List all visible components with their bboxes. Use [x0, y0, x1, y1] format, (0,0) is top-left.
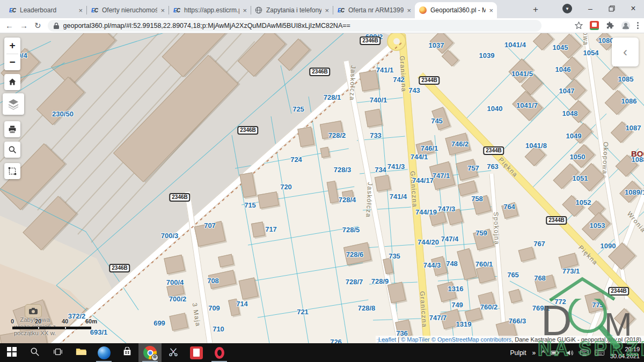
parcel-label: 1047	[559, 87, 575, 95]
opera-taskbar-button[interactable]	[208, 343, 231, 362]
maptiler-link[interactable]: © MapTiler	[401, 336, 430, 343]
task-view-icon	[53, 347, 63, 359]
new-tab-button[interactable]: +	[529, 3, 543, 17]
extensions-puzzle-icon[interactable]	[605, 21, 614, 30]
notification-icon[interactable]	[580, 349, 589, 357]
close-button[interactable]: ×	[623, 0, 644, 17]
task-view-taskbar-button[interactable]	[46, 343, 69, 362]
parcel-label: 740/1	[370, 96, 387, 104]
road-number-sign: 2344B	[419, 76, 440, 85]
street-label: Spokojna	[492, 212, 501, 245]
forward-button[interactable]: →	[20, 21, 28, 30]
measure-button[interactable]	[4, 163, 20, 179]
lock-icon	[53, 22, 60, 29]
parcel-label: 1051	[573, 174, 588, 182]
reload-button[interactable]: ↻	[34, 21, 41, 30]
bookmark-star-icon[interactable]	[574, 21, 583, 30]
road-number-sign: 2344B	[546, 216, 567, 225]
hidden-icons-chevron[interactable]: ^	[541, 349, 545, 357]
layers-button[interactable]	[3, 93, 24, 115]
scale-tick: 40	[62, 318, 68, 324]
profile-avatar-icon[interactable]	[621, 21, 631, 31]
ec-favicon-icon: EC	[172, 6, 181, 14]
zoom-out-button[interactable]: −	[4, 54, 20, 70]
parcel-label: 768	[534, 274, 546, 282]
building	[457, 248, 477, 280]
side-panel-toggle[interactable]: ‹	[612, 38, 639, 67]
browser-tab[interactable]: EChttps://app.esticrm.pl/×	[169, 2, 251, 18]
print-button[interactable]	[4, 121, 20, 137]
snipping-tool-taskbar-button[interactable]	[162, 343, 185, 362]
scale-tick: 20	[35, 318, 41, 324]
file-explorer-taskbar-button[interactable]	[69, 343, 92, 362]
back-button[interactable]: ←	[5, 21, 13, 30]
browser-tab[interactable]: Zapytania i telefony -×	[251, 2, 333, 18]
building	[251, 221, 265, 237]
layers-icon	[7, 98, 20, 110]
battery-icon[interactable]	[551, 349, 560, 356]
parcel-label: 1049	[566, 132, 582, 140]
volume-icon[interactable]	[566, 349, 574, 357]
browser-tab[interactable]: ECOferty nieruchomości×	[86, 2, 169, 18]
tab-close-icon[interactable]: ×	[489, 7, 493, 14]
parcel-label: 715	[244, 201, 256, 209]
parcel-label: 747/1	[433, 172, 450, 180]
road-number-sign: 2344B	[608, 287, 629, 295]
tab-close-icon[interactable]: ×	[407, 7, 411, 14]
parcel-label: 763	[487, 162, 499, 171]
tab-close-icon[interactable]: ×	[78, 7, 83, 14]
parcel-label: 744/17	[412, 176, 434, 184]
parcel-label: 728/6	[346, 250, 364, 258]
browser-tab[interactable]: Geoportal360.pl - Map×	[415, 2, 497, 18]
search-icon	[8, 145, 17, 154]
tab-close-icon[interactable]: ×	[325, 7, 329, 14]
parcel-label: 733	[370, 131, 382, 139]
store-taskbar-button[interactable]	[115, 343, 138, 362]
parcel-label: 1037	[429, 41, 444, 49]
road-number-sign: 2346B	[360, 36, 380, 45]
map-canvas[interactable]: JaskółczaJaskółczaGranicznaGranicznaGran…	[0, 33, 644, 343]
building	[442, 50, 458, 67]
maximize-button[interactable]	[601, 0, 623, 17]
tab-close-icon[interactable]: ×	[160, 7, 165, 14]
ec-favicon-icon: EC	[336, 6, 345, 14]
browser-menu-icon[interactable]	[637, 22, 639, 29]
tab-close-icon[interactable]: ×	[243, 7, 247, 14]
building	[51, 33, 116, 86]
parcel-label: 728/5	[342, 226, 360, 234]
leaflet-link[interactable]: Leaflet	[378, 336, 396, 343]
browser-tab-bar: ECLeaderboard×ECOferty nieruchomości×ECh…	[0, 0, 644, 18]
home-button[interactable]	[4, 74, 20, 90]
browser-tab[interactable]: ECLeaderboard×	[4, 2, 86, 18]
search-taskbar-button[interactable]	[23, 343, 46, 362]
parcel-label: 1316	[448, 285, 464, 293]
building	[320, 147, 330, 158]
extension-icon[interactable]	[590, 21, 599, 30]
address-bar[interactable]: geoportal360.pl/map/#l:52.99158,22.89074…	[48, 20, 541, 32]
chrome-taskbar-button[interactable]	[138, 343, 162, 362]
parcel-label: 766/3	[509, 317, 526, 325]
globe-favicon-icon	[254, 6, 263, 14]
osm-link[interactable]: © OpenStreetMap contributors	[431, 336, 511, 343]
edge-taskbar-button[interactable]	[92, 343, 115, 362]
parcel-label: 1090	[601, 242, 616, 250]
clock[interactable]: 20:19 30.04.2021	[610, 346, 640, 359]
tab-title: https://app.esticrm.pl/	[184, 6, 239, 14]
window-controls: ▼ – ×	[562, 0, 644, 17]
desktop-toolbar-label[interactable]: Pulpit	[510, 349, 526, 357]
zoom-in-button[interactable]: +	[4, 38, 20, 54]
parcel-boundary	[366, 245, 414, 248]
parcel-label: 748	[446, 260, 458, 268]
start-icon	[7, 347, 17, 359]
browser-tab[interactable]: ECOferta nr ARM139947×	[333, 2, 415, 18]
office-red-taskbar-button[interactable]	[185, 343, 208, 362]
start-taskbar-button[interactable]	[0, 343, 23, 362]
browser-update-icon[interactable]: ▼	[562, 4, 572, 13]
toolbar-overflow-icon[interactable]: »	[532, 349, 536, 357]
parcel-label: 700/2	[169, 295, 187, 303]
map-search-button[interactable]	[4, 142, 20, 158]
keyboard-icon[interactable]	[595, 349, 604, 356]
street-label: owa	[582, 33, 589, 46]
map-attribution: Leaflet | © MapTiler © OpenStreetMap con…	[376, 336, 644, 343]
minimize-button[interactable]: –	[580, 0, 601, 17]
